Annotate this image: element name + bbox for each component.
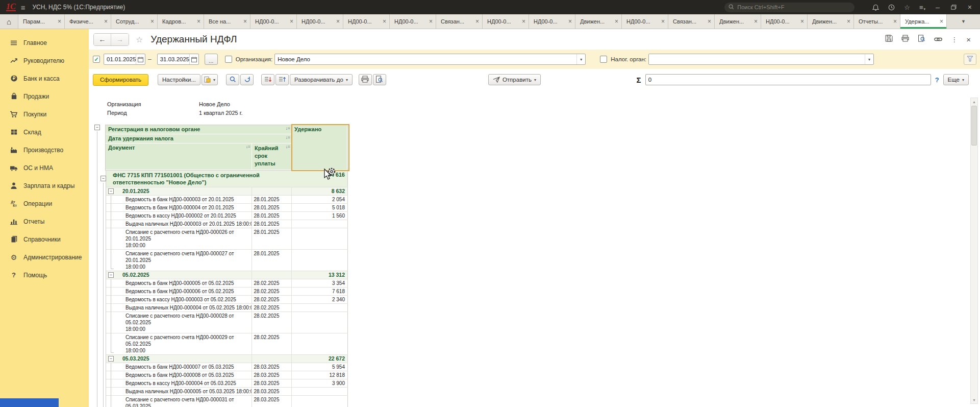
print-preview-button[interactable] xyxy=(373,74,386,85)
amount-cell[interactable]: 3 900 xyxy=(292,379,348,387)
tab-close-icon[interactable]: × xyxy=(800,18,804,25)
sum-input[interactable] xyxy=(645,74,931,85)
tab[interactable]: Удержа... × xyxy=(900,14,947,29)
tab[interactable]: НД00-0... × xyxy=(761,14,808,29)
home-tab[interactable]: ⌂ xyxy=(0,14,18,29)
tax-office-group-row[interactable]: ФНС 7715 КПП 771501001 (Общество с огран… xyxy=(106,171,348,187)
chevron-down-icon[interactable]: ▾ xyxy=(576,54,585,64)
organization-checkbox[interactable] xyxy=(225,56,232,63)
help-button[interactable]: ? xyxy=(935,76,939,84)
date-cell[interactable]: 05.02.2025 xyxy=(106,271,252,279)
document-cell[interactable]: Списание с расчетного счета НД00-000027 … xyxy=(106,250,252,271)
tab[interactable]: НД00-0... × xyxy=(250,14,297,29)
sidebar-item-bag[interactable]: Продажи xyxy=(0,87,89,105)
document-row[interactable]: Ведомость в банк НД00-000004 от 20.01.20… xyxy=(106,204,348,212)
tab[interactable]: Движен... × xyxy=(575,14,622,29)
document-cell[interactable]: Ведомость в банк НД00-000006 от 05.02.20… xyxy=(106,288,252,295)
amount-cell[interactable]: 12 818 xyxy=(292,371,348,379)
amount-cell[interactable]: 5 018 xyxy=(292,204,348,211)
sort-icon[interactable]: ↓≡ xyxy=(246,145,250,149)
collapse-minus-icon[interactable]: − xyxy=(108,356,114,362)
tab-close-icon[interactable]: × xyxy=(708,18,711,25)
document-cell[interactable]: Ведомость в банк НД00-000008 от 05.03.20… xyxy=(106,371,252,379)
tab[interactable]: НД00-0... × xyxy=(529,14,575,29)
sidebar-item-trend[interactable]: Руководителю xyxy=(0,52,89,69)
group-total-cell[interactable]: 8 632 xyxy=(292,187,348,195)
deadline-cell[interactable]: 28.02.2025 xyxy=(252,333,292,354)
chevron-down-icon[interactable]: ▾ xyxy=(865,54,873,64)
send-button[interactable]: Отправить▾ xyxy=(488,74,541,85)
amount-cell[interactable]: 1 560 xyxy=(292,212,348,220)
period-variants-button[interactable]: ... xyxy=(205,54,218,65)
document-row[interactable]: Списание с расчетного счета НД00-000031 … xyxy=(106,396,348,407)
tab-close-icon[interactable]: × xyxy=(661,18,665,25)
document-cell[interactable]: Ведомость в кассу НД00-000003 от 05.02.2… xyxy=(106,296,252,303)
deadline-cell[interactable]: 28.02.2025 xyxy=(252,288,292,295)
deadline-cell[interactable] xyxy=(252,187,292,195)
sidebar-item-question[interactable]: ? Помощь xyxy=(0,266,89,284)
deadline-cell[interactable]: 28.02.2025 xyxy=(252,304,292,312)
tab-close-icon[interactable]: × xyxy=(615,18,618,25)
tab[interactable]: НД00-0... × xyxy=(622,14,668,29)
tab[interactable]: НД00-0... × xyxy=(343,14,390,29)
info-row[interactable]: Период 1 квартал 2025 г. xyxy=(106,108,348,117)
amount-cell[interactable] xyxy=(292,312,348,333)
document-row[interactable]: Списание с расчетного счета НД00-000026 … xyxy=(106,228,348,250)
tab-close-icon[interactable]: × xyxy=(243,18,247,25)
collapse-minus-icon[interactable]: − xyxy=(108,188,114,194)
deadline-cell[interactable]: 28.01.2025 xyxy=(252,196,292,203)
sidebar-item-gear[interactable]: ⚙ Администрирование xyxy=(0,248,89,266)
amount-cell[interactable]: 2 054 xyxy=(292,196,348,203)
document-cell[interactable]: Выдача наличных НД00-000004 от 05.02.202… xyxy=(106,304,252,312)
vertical-scrollbar[interactable]: ▲ ▼ xyxy=(970,98,978,404)
deadline-cell[interactable] xyxy=(252,355,292,363)
print-button[interactable] xyxy=(359,74,372,85)
tab-close-icon[interactable]: × xyxy=(429,18,433,25)
document-cell[interactable]: Ведомость в банк НД00-000007 от 05.03.20… xyxy=(106,363,252,371)
document-row[interactable]: Ведомость в банк НД00-000006 от 05.02.20… xyxy=(106,288,348,296)
document-row[interactable]: Ведомость в кассу НД00-000002 от 20.01.2… xyxy=(106,212,348,220)
forward-button[interactable]: → xyxy=(111,34,129,45)
amount-cell[interactable] xyxy=(292,388,348,395)
document-cell[interactable]: Ведомость в банк НД00-000005 от 05.02.20… xyxy=(106,279,252,287)
document-row[interactable]: Ведомость в кассу НД00-000003 от 05.02.2… xyxy=(106,296,348,304)
scroll-thumb[interactable] xyxy=(971,106,977,146)
back-button[interactable]: ← xyxy=(94,34,111,45)
tab-close-icon[interactable]: × xyxy=(568,18,572,25)
deadline-cell[interactable]: 28.01.2025 xyxy=(252,250,292,271)
tab[interactable]: НД00-0... × xyxy=(483,14,529,29)
history-icon[interactable] xyxy=(888,4,895,11)
deadline-cell[interactable]: 28.02.2025 xyxy=(252,296,292,303)
date-group-row[interactable]: 05.03.2025 22 672 xyxy=(106,355,348,363)
document-row[interactable]: Выдача наличных НД00-000005 от 05.03.202… xyxy=(106,388,348,396)
sidebar-item-menu[interactable]: Главное xyxy=(0,34,89,52)
tab-close-icon[interactable]: × xyxy=(58,18,61,25)
group-total-cell[interactable]: 13 312 xyxy=(292,271,348,279)
tab-close-icon[interactable]: × xyxy=(383,18,386,25)
global-search-input[interactable]: Поиск Ctrl+Shift+F xyxy=(724,3,855,12)
close-icon[interactable]: × xyxy=(968,3,972,11)
amount-cell[interactable] xyxy=(292,228,348,249)
deadline-cell[interactable]: 28.03.2025 xyxy=(252,371,292,379)
close-document-icon[interactable]: × xyxy=(966,35,971,44)
tab-close-icon[interactable]: × xyxy=(847,18,850,25)
tab-close-icon[interactable]: × xyxy=(104,18,108,25)
report-variants-button[interactable]: ▾ xyxy=(202,74,218,85)
tab[interactable]: Все на... × xyxy=(204,14,250,29)
main-hamburger-icon[interactable]: ≡ xyxy=(21,3,26,12)
tab[interactable]: Отчеты... × xyxy=(854,14,900,29)
amount-cell[interactable]: 7 618 xyxy=(292,288,348,295)
favorites-star-icon[interactable]: ☆ xyxy=(904,4,910,11)
tab[interactable]: Сотруд... × xyxy=(111,14,158,29)
service-menu-icon[interactable]: ≡▾ xyxy=(919,4,925,11)
tab[interactable]: Кадров... × xyxy=(158,14,204,29)
document-row[interactable]: Списание с расчетного счета НД00-000028 … xyxy=(106,312,348,333)
deadline-cell[interactable]: 28.03.2025 xyxy=(252,396,292,407)
sidebar-item-warehouse[interactable]: Склад xyxy=(0,123,89,141)
date-cell[interactable]: 05.03.2025 xyxy=(106,355,252,363)
tab-overflow-button[interactable]: ▼ xyxy=(947,14,980,29)
header-withhold-date[interactable]: Дата удержания налога ↓≡ xyxy=(106,134,292,143)
scroll-up-button[interactable]: ▲ xyxy=(971,98,977,105)
tab[interactable]: Движен... × xyxy=(808,14,854,29)
document-cell[interactable]: Ведомость в кассу НД00-000004 от 05.03.2… xyxy=(106,379,252,387)
